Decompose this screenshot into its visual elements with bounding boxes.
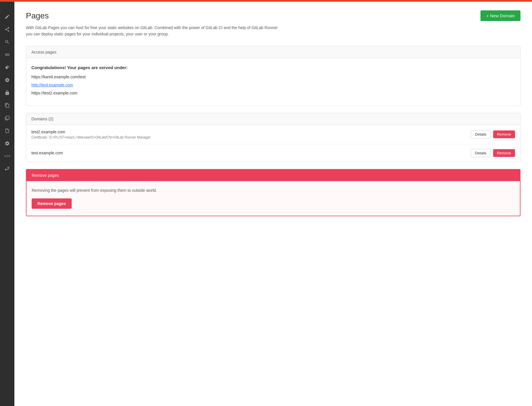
gear-icon[interactable] [2,138,12,149]
search-icon[interactable] [2,37,12,47]
access-pages-panel: Access pages Congratulations! Your pages… [26,46,520,106]
url-text-2: https://test2.example.com [31,91,77,95]
copy2-icon[interactable] [2,113,12,123]
settings-icon[interactable] [2,75,12,85]
url-link-1[interactable]: http://test.example.com [31,83,73,87]
domain-details-button-1[interactable]: Details [471,149,491,157]
merge-icon[interactable] [2,164,12,174]
url-item-1[interactable]: http://test.example.com [31,83,515,87]
domain-actions-1: Details Remove [471,149,515,157]
code-icon[interactable]: </> [2,151,12,161]
remove-pages-description: Removing the pages will prevent from exp… [32,188,515,193]
domain-info-0: test2.example.com Certificate: /C=PL/ST=… [31,130,151,139]
url-item-0: https://kamil.example.com/test [31,75,515,79]
domain-row-1: test.example.com Details Remove [26,144,520,162]
share-icon[interactable] [2,24,12,35]
file-icon[interactable] [2,126,12,136]
page-description: With GitLab Pages you can host for free … [26,24,285,37]
domain-details-button-0[interactable]: Details [471,130,491,139]
url-text-0: https://kamil.example.com/test [31,75,86,79]
page-header: Pages + New Domain [26,10,520,21]
domain-name-1: test.example.com [31,151,63,155]
lock-icon[interactable] [2,88,12,98]
url-item-2: https://test2.example.com [31,91,515,95]
main-content: Pages + New Domain With GitLab Pages you… [14,2,532,406]
sidebar: </> [0,0,14,406]
domain-cert-0: Certificate: /C=PL/ST=maz/L=Warsaw/O=Git… [31,135,151,139]
domain-actions-0: Details Remove [471,130,515,139]
domain-remove-button-1[interactable]: Remove [493,149,515,157]
remove-pages-button[interactable]: Remove pages [32,198,72,209]
top-bar [0,0,532,2]
link-icon[interactable] [2,50,12,60]
domains-header: Domains (2) [26,113,520,125]
domain-remove-button-0[interactable]: Remove [493,130,515,138]
remove-pages-header: Remove pages [26,170,520,181]
page-title: Pages [26,11,49,20]
remove-pages-panel: Remove pages Removing the pages will pre… [26,169,520,216]
congratulations-text: Congratulations! Your pages are served u… [31,65,515,70]
git-icon[interactable] [2,62,12,73]
remove-pages-body: Removing the pages will prevent from exp… [26,181,520,216]
access-pages-body: Congratulations! Your pages are served u… [26,58,520,106]
access-pages-header: Access pages [26,46,520,58]
copy-icon[interactable] [2,100,12,111]
new-domain-button[interactable]: + New Domain [480,10,520,21]
domain-info-1: test.example.com [31,151,63,155]
domains-panel: Domains (2) test2.example.com Certificat… [26,113,520,162]
domain-name-0: test2.example.com [31,130,151,134]
domain-row-0: test2.example.com Certificate: /C=PL/ST=… [26,125,520,144]
edit-icon[interactable] [2,12,12,22]
